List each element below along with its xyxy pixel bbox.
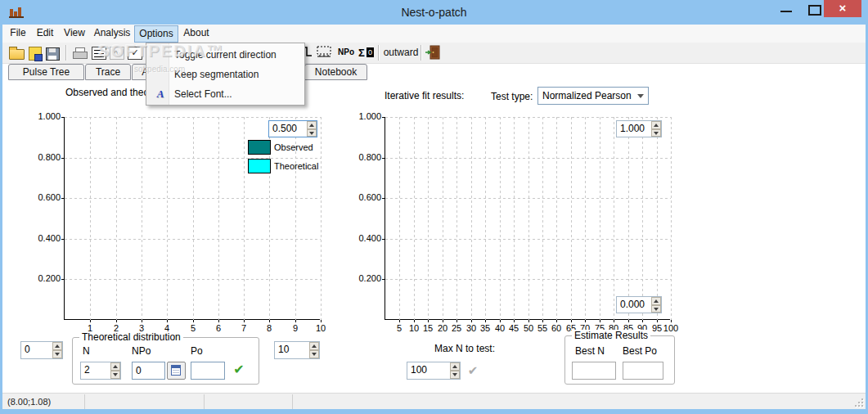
spin-down-button[interactable] — [307, 129, 317, 137]
menu-item-keep-segmentation[interactable]: Keep segmentation — [146, 65, 304, 84]
grid-h — [65, 279, 321, 280]
sigma-icon: Σ — [358, 47, 365, 59]
current-direction-label[interactable]: outward — [383, 47, 419, 58]
best-po-label: Best Po — [623, 345, 657, 357]
print-button[interactable] — [71, 44, 89, 62]
run-fit-button[interactable]: ✔ — [462, 362, 483, 380]
bin-from-spinner[interactable]: 0 — [20, 341, 63, 359]
test-type-select[interactable]: Normalized Pearson — [537, 87, 649, 105]
xlabel: 55 — [537, 323, 547, 333]
ylabel: 0.200 — [25, 273, 61, 283]
menu-file[interactable]: File — [5, 25, 31, 42]
trace-view-button[interactable] — [90, 44, 108, 62]
spin-up-button[interactable] — [450, 362, 460, 371]
menu-item-toggle-current-direction[interactable]: Toggle current direction — [146, 45, 304, 65]
spin-up-button[interactable] — [309, 342, 319, 350]
grid-v — [556, 117, 557, 320]
statusbar-divider — [84, 394, 85, 409]
po-field[interactable] — [191, 362, 225, 380]
tick-y — [382, 158, 385, 159]
menu-options[interactable]: Options — [134, 25, 178, 43]
best-n-field[interactable] — [572, 362, 616, 380]
check-segmentation-button[interactable]: ✓ — [126, 44, 144, 62]
grid-h — [385, 279, 671, 280]
spin-down-button[interactable] — [651, 305, 661, 313]
menu-edit[interactable]: Edit — [31, 25, 59, 42]
tick-x — [295, 320, 296, 322]
xlabel: 100 — [663, 323, 678, 333]
tab-notebook[interactable]: Notebook — [304, 64, 367, 80]
curve-fit-button[interactable]: ∿ — [108, 44, 126, 62]
spin-up-button[interactable] — [52, 342, 62, 350]
n-spinner[interactable]: 2 — [80, 362, 121, 380]
grid-v — [193, 117, 194, 320]
sigma-zero-button[interactable]: Σ 0 — [358, 44, 376, 62]
tick-x — [514, 320, 515, 322]
lower-bound-spinner[interactable]: 0.000 — [616, 296, 662, 313]
grid-v — [500, 117, 501, 320]
options-dropdown-menu: Toggle current direction Keep segmentati… — [146, 43, 305, 106]
spin-up-button[interactable] — [110, 362, 120, 371]
title-bar[interactable]: Nest-o-patch × — [0, 0, 868, 25]
spin-down-button[interactable] — [651, 129, 661, 137]
best-po-field[interactable] — [623, 362, 663, 380]
tick-y — [61, 279, 65, 280]
menu-item-select-font[interactable]: A Select Font... — [146, 84, 304, 104]
xlabel: 50 — [524, 323, 533, 333]
spin-down-button[interactable] — [450, 371, 460, 379]
best-n-label: Best N — [575, 345, 605, 357]
grid-v — [428, 117, 429, 320]
grid-v — [485, 117, 486, 320]
max-n-spinner[interactable]: 100 — [407, 362, 461, 380]
tab-pulse-tree[interactable]: Pulse Tree — [8, 64, 84, 80]
minimize-button[interactable] — [774, 0, 798, 17]
xlabel: 6 — [216, 323, 221, 333]
tab-trace[interactable]: Trace — [85, 64, 131, 80]
ylabel: 0.600 — [346, 192, 381, 202]
export-button[interactable] — [26, 44, 44, 62]
grid-v — [218, 117, 219, 320]
tick-x — [456, 320, 457, 322]
menu-analysis[interactable]: Analysis — [90, 25, 134, 42]
close-button[interactable]: × — [824, 0, 861, 17]
spin-down-button[interactable] — [110, 371, 120, 379]
statusbar-divider — [292, 394, 293, 409]
tick-x — [414, 320, 415, 322]
grid-h — [65, 198, 321, 199]
n-label: N — [83, 345, 90, 357]
fit-range-button[interactable] — [316, 44, 334, 62]
npo-button[interactable]: NPo — [337, 44, 355, 62]
menu-bar: File Edit View Analysis Options About — [2, 25, 866, 43]
ylabel: 0.600 — [25, 192, 61, 202]
grid-h — [385, 117, 671, 118]
open-button[interactable] — [7, 44, 25, 62]
menu-about[interactable]: About — [178, 25, 214, 42]
apply-distribution-button[interactable]: ✔ — [228, 361, 250, 379]
spin-down-button[interactable] — [309, 350, 319, 358]
xlabel: 10 — [316, 323, 326, 333]
npo-field[interactable]: 0 — [132, 362, 165, 380]
print-icon — [73, 47, 87, 58]
toolbar-separator — [378, 45, 380, 61]
tick-y — [382, 117, 385, 118]
upper-bound-spinner[interactable]: 1.000 — [616, 120, 662, 137]
tick-y — [382, 239, 385, 240]
npo-calculator-button[interactable] — [167, 362, 186, 380]
spin-up-button[interactable] — [651, 297, 661, 305]
scale-spinner[interactable]: 0.500 — [268, 120, 317, 137]
tick-y — [61, 239, 65, 240]
tick-x — [556, 320, 557, 322]
resize-grip[interactable] — [853, 397, 863, 407]
xlabel: 5 — [191, 323, 196, 333]
save-button[interactable] — [43, 44, 61, 62]
xlabel: 10 — [409, 323, 419, 333]
grid-v — [542, 117, 543, 320]
maximize-icon — [808, 5, 821, 16]
spin-up-button[interactable] — [307, 121, 317, 129]
menu-view[interactable]: View — [59, 25, 90, 42]
maximize-button[interactable] — [802, 0, 826, 17]
spin-up-button[interactable] — [651, 121, 661, 129]
bin-to-spinner[interactable]: 10 — [274, 341, 320, 359]
spin-down-button[interactable] — [52, 350, 62, 358]
exit-button[interactable] — [425, 44, 443, 62]
